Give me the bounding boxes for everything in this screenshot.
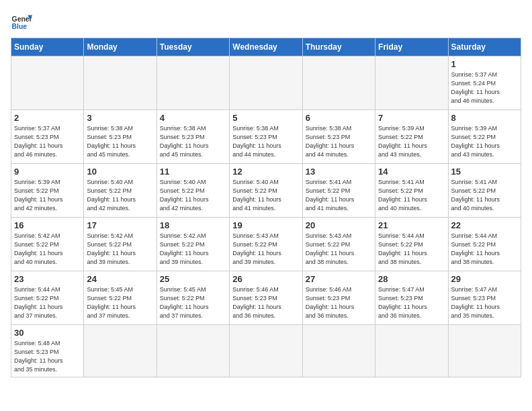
calendar-cell: 29Sunrise: 5:47 AM Sunset: 5:23 PM Dayli… (448, 271, 521, 325)
calendar-week-0: 1Sunrise: 5:37 AM Sunset: 5:24 PM Daylig… (11, 56, 521, 110)
day-info: Sunrise: 5:42 AM Sunset: 5:22 PM Dayligh… (14, 232, 81, 267)
calendar-cell (230, 325, 302, 377)
day-header-friday: Friday (375, 38, 448, 56)
day-header-saturday: Saturday (448, 38, 521, 56)
day-info: Sunrise: 5:41 AM Sunset: 5:22 PM Dayligh… (306, 178, 372, 213)
day-info: Sunrise: 5:42 AM Sunset: 5:22 PM Dayligh… (87, 232, 153, 267)
day-number: 27 (306, 274, 372, 284)
calendar-cell (157, 56, 229, 110)
day-number: 18 (160, 220, 226, 230)
calendar-cell: 28Sunrise: 5:47 AM Sunset: 5:23 PM Dayli… (375, 271, 448, 325)
calendar-cell: 2Sunrise: 5:37 AM Sunset: 5:23 PM Daylig… (11, 110, 84, 164)
day-info: Sunrise: 5:40 AM Sunset: 5:22 PM Dayligh… (232, 178, 299, 213)
day-number: 3 (87, 113, 153, 123)
day-info: Sunrise: 5:47 AM Sunset: 5:23 PM Dayligh… (451, 285, 518, 320)
day-header-monday: Monday (84, 38, 157, 56)
calendar-cell (375, 325, 448, 377)
day-number: 8 (451, 113, 518, 123)
calendar-cell: 9Sunrise: 5:39 AM Sunset: 5:22 PM Daylig… (11, 164, 84, 218)
day-number: 23 (14, 274, 81, 284)
day-info: Sunrise: 5:38 AM Sunset: 5:23 PM Dayligh… (87, 124, 153, 159)
calendar-cell: 3Sunrise: 5:38 AM Sunset: 5:23 PM Daylig… (84, 110, 157, 164)
day-number: 19 (232, 220, 299, 230)
day-number: 7 (378, 113, 445, 123)
calendar-cell: 17Sunrise: 5:42 AM Sunset: 5:22 PM Dayli… (84, 218, 157, 271)
day-header-thursday: Thursday (302, 38, 375, 56)
calendar-header: SundayMondayTuesdayWednesdayThursdayFrid… (11, 38, 521, 56)
calendar-cell: 10Sunrise: 5:40 AM Sunset: 5:22 PM Dayli… (84, 164, 157, 218)
day-info: Sunrise: 5:48 AM Sunset: 5:23 PM Dayligh… (14, 339, 81, 374)
day-number: 14 (378, 167, 445, 177)
day-number: 10 (87, 167, 153, 177)
day-info: Sunrise: 5:44 AM Sunset: 5:22 PM Dayligh… (378, 232, 445, 267)
calendar-cell: 7Sunrise: 5:39 AM Sunset: 5:22 PM Daylig… (375, 110, 448, 164)
day-info: Sunrise: 5:45 AM Sunset: 5:22 PM Dayligh… (160, 285, 226, 320)
day-header-sunday: Sunday (11, 38, 84, 56)
day-number: 28 (378, 274, 445, 284)
day-number: 11 (160, 167, 226, 177)
calendar-week-1: 2Sunrise: 5:37 AM Sunset: 5:23 PM Daylig… (11, 110, 521, 164)
svg-text:Blue: Blue (12, 23, 28, 30)
day-info: Sunrise: 5:37 AM Sunset: 5:24 PM Dayligh… (451, 71, 518, 105)
day-header-wednesday: Wednesday (230, 38, 302, 56)
day-number: 1 (451, 59, 518, 69)
day-info: Sunrise: 5:44 AM Sunset: 5:22 PM Dayligh… (451, 232, 518, 267)
day-info: Sunrise: 5:37 AM Sunset: 5:23 PM Dayligh… (14, 124, 81, 159)
calendar-week-5: 30Sunrise: 5:48 AM Sunset: 5:23 PM Dayli… (11, 325, 521, 377)
day-info: Sunrise: 5:46 AM Sunset: 5:23 PM Dayligh… (306, 285, 372, 320)
calendar-cell (302, 56, 375, 110)
day-number: 12 (232, 167, 299, 177)
calendar-cell (302, 325, 375, 377)
day-number: 22 (451, 220, 518, 230)
calendar-cell: 22Sunrise: 5:44 AM Sunset: 5:22 PM Dayli… (448, 218, 521, 271)
day-header-tuesday: Tuesday (157, 38, 229, 56)
calendar-cell: 16Sunrise: 5:42 AM Sunset: 5:22 PM Dayli… (11, 218, 84, 271)
calendar-cell: 15Sunrise: 5:41 AM Sunset: 5:22 PM Dayli… (448, 164, 521, 218)
day-info: Sunrise: 5:44 AM Sunset: 5:22 PM Dayligh… (14, 285, 81, 320)
calendar-cell: 11Sunrise: 5:40 AM Sunset: 5:22 PM Dayli… (157, 164, 229, 218)
day-info: Sunrise: 5:45 AM Sunset: 5:22 PM Dayligh… (87, 285, 153, 320)
header: General Blue (11, 11, 521, 32)
calendar-week-4: 23Sunrise: 5:44 AM Sunset: 5:22 PM Dayli… (11, 271, 521, 325)
calendar-cell: 18Sunrise: 5:42 AM Sunset: 5:22 PM Dayli… (157, 218, 229, 271)
calendar-week-3: 16Sunrise: 5:42 AM Sunset: 5:22 PM Dayli… (11, 218, 521, 271)
calendar-cell: 14Sunrise: 5:41 AM Sunset: 5:22 PM Dayli… (375, 164, 448, 218)
calendar-cell: 30Sunrise: 5:48 AM Sunset: 5:23 PM Dayli… (11, 325, 84, 377)
day-number: 21 (378, 220, 445, 230)
day-info: Sunrise: 5:47 AM Sunset: 5:23 PM Dayligh… (378, 285, 445, 320)
day-number: 17 (87, 220, 153, 230)
calendar-cell: 13Sunrise: 5:41 AM Sunset: 5:22 PM Dayli… (302, 164, 375, 218)
day-number: 25 (160, 274, 226, 284)
calendar-cell: 27Sunrise: 5:46 AM Sunset: 5:23 PM Dayli… (302, 271, 375, 325)
calendar-cell (84, 325, 157, 377)
day-info: Sunrise: 5:38 AM Sunset: 5:23 PM Dayligh… (160, 124, 226, 159)
day-info: Sunrise: 5:42 AM Sunset: 5:22 PM Dayligh… (160, 232, 226, 267)
calendar-cell: 5Sunrise: 5:38 AM Sunset: 5:23 PM Daylig… (230, 110, 302, 164)
calendar-cell: 25Sunrise: 5:45 AM Sunset: 5:22 PM Dayli… (157, 271, 229, 325)
day-info: Sunrise: 5:39 AM Sunset: 5:22 PM Dayligh… (451, 124, 518, 159)
calendar-cell: 4Sunrise: 5:38 AM Sunset: 5:23 PM Daylig… (157, 110, 229, 164)
calendar-cell: 19Sunrise: 5:43 AM Sunset: 5:22 PM Dayli… (230, 218, 302, 271)
logo-icon: General Blue (11, 11, 32, 32)
day-number: 15 (451, 167, 518, 177)
calendar-cell: 26Sunrise: 5:46 AM Sunset: 5:23 PM Dayli… (230, 271, 302, 325)
calendar-cell: 1Sunrise: 5:37 AM Sunset: 5:24 PM Daylig… (448, 56, 521, 110)
day-info: Sunrise: 5:38 AM Sunset: 5:23 PM Dayligh… (306, 124, 372, 159)
day-info: Sunrise: 5:41 AM Sunset: 5:22 PM Dayligh… (451, 178, 518, 213)
day-info: Sunrise: 5:46 AM Sunset: 5:23 PM Dayligh… (232, 285, 299, 320)
day-number: 5 (232, 113, 299, 123)
day-number: 13 (306, 167, 372, 177)
day-number: 16 (14, 220, 81, 230)
day-info: Sunrise: 5:43 AM Sunset: 5:22 PM Dayligh… (232, 232, 299, 267)
calendar-cell: 12Sunrise: 5:40 AM Sunset: 5:22 PM Dayli… (230, 164, 302, 218)
day-number: 2 (14, 113, 81, 123)
calendar-cell: 8Sunrise: 5:39 AM Sunset: 5:22 PM Daylig… (448, 110, 521, 164)
calendar-cell (448, 325, 521, 377)
day-number: 6 (306, 113, 372, 123)
day-number: 4 (160, 113, 226, 123)
calendar-cell (157, 325, 229, 377)
day-number: 24 (87, 274, 153, 284)
calendar-cell: 6Sunrise: 5:38 AM Sunset: 5:23 PM Daylig… (302, 110, 375, 164)
calendar-cell (84, 56, 157, 110)
calendar-week-2: 9Sunrise: 5:39 AM Sunset: 5:22 PM Daylig… (11, 164, 521, 218)
